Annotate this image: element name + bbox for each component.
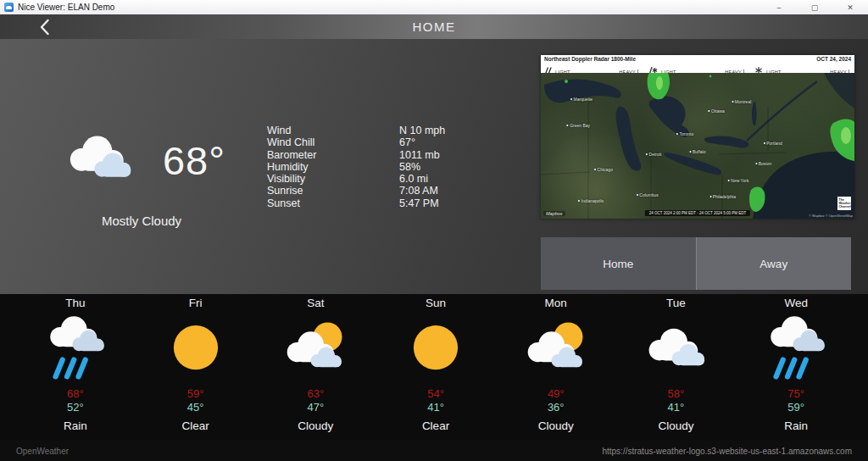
map-city-label: Indianapolis bbox=[578, 198, 604, 203]
current-weather-icon bbox=[58, 119, 141, 202]
radar-widget: Northeast Doppler Radar 1800-Mile OCT 24… bbox=[541, 55, 854, 219]
map-city-label: Philadelphia bbox=[709, 194, 736, 199]
detail-value: 7:08 AM bbox=[399, 185, 438, 197]
forecast-day-column: Sun54°41°Clear bbox=[376, 294, 496, 441]
forecast-day-column: Thu 68°52°Rain bbox=[15, 294, 136, 441]
map-city-label: Toronto bbox=[676, 131, 693, 136]
forecast-low-temp: 47° bbox=[307, 401, 324, 414]
map-city-label: Marquette bbox=[570, 97, 593, 102]
map-city-label: New York bbox=[728, 178, 749, 183]
source-url: https://stratus-weather-logo.s3-website-… bbox=[602, 447, 852, 456]
window-controls: – ▢ ✕ bbox=[761, 0, 868, 14]
forecast-day-label: Sun bbox=[426, 297, 446, 311]
current-condition-label: Mostly Cloudy bbox=[15, 214, 268, 228]
forecast-low-temp: 52° bbox=[67, 401, 84, 414]
forecast-partly-icon bbox=[277, 311, 353, 387]
current-conditions: 68° Mostly Cloudy bbox=[15, 119, 268, 228]
map-city-label: Green Bay bbox=[567, 123, 590, 128]
os-title-bar: Nice Viewer: ELAN Demo – ▢ ✕ bbox=[0, 0, 868, 14]
map-city-label: Boston bbox=[755, 161, 771, 166]
forecast-condition-label: Cloudy bbox=[658, 419, 693, 432]
forecast-low-temp: 41° bbox=[427, 401, 444, 414]
detail-label: Wind Chill bbox=[267, 136, 399, 148]
forecast-condition-label: Rain bbox=[64, 419, 87, 432]
radar-title: Northeast Doppler Radar 1800-Mile bbox=[544, 56, 636, 62]
chevron-left-icon bbox=[39, 19, 50, 36]
detail-row: WindN 10 mph bbox=[267, 125, 445, 136]
forecast-partly-icon bbox=[518, 311, 594, 387]
forecast-day-column: Mon 49°36°Cloudy bbox=[496, 294, 616, 441]
map-attribution: © Mapbox © OpenStreetMap bbox=[809, 214, 853, 218]
detail-row: Barometer1011 mb bbox=[267, 149, 445, 161]
forecast-high-temp: 54° bbox=[427, 387, 444, 401]
detail-row: Sunrise7:08 AM bbox=[267, 185, 445, 197]
forecast-day-label: Sat bbox=[307, 297, 324, 311]
mode-toggle: Home Away bbox=[541, 237, 851, 290]
detail-label: Humidity bbox=[267, 161, 399, 173]
detail-row: Sunset5:47 PM bbox=[267, 197, 445, 209]
forecast-condition-label: Clear bbox=[181, 419, 209, 432]
forecast-day-label: Fri bbox=[189, 297, 203, 311]
radar-timestamp: 24 OCT 2024 2:00 PM EDT - 24 OCT 2024 5:… bbox=[645, 210, 750, 216]
main-panel: 68° Mostly Cloudy WindN 10 mphWind Chill… bbox=[0, 39, 868, 294]
forecast-condition-label: Cloudy bbox=[298, 419, 333, 432]
detail-label: Sunset bbox=[267, 197, 399, 209]
weather-channel-logo: The Weather Channel bbox=[837, 197, 851, 210]
forecast-day-label: Tue bbox=[666, 297, 686, 311]
forecast-clear-icon bbox=[158, 311, 234, 387]
back-button[interactable] bbox=[34, 14, 55, 39]
forecast-low-temp: 41° bbox=[668, 401, 685, 414]
minimize-button[interactable]: – bbox=[761, 0, 797, 14]
forecast-condition-label: Clear bbox=[422, 419, 449, 432]
detail-label: Visibility bbox=[267, 173, 399, 185]
map-city-label: Montreal bbox=[732, 99, 751, 104]
forecast-high-temp: 75° bbox=[787, 387, 804, 401]
radar-map: MarquetteGreen BayChicagoIndianapolisCol… bbox=[541, 73, 854, 219]
forecast-day-column: Wed 75°59°Rain bbox=[736, 294, 856, 441]
detail-label: Sunrise bbox=[267, 185, 399, 197]
forecast-low-temp: 36° bbox=[548, 401, 565, 414]
map-city-label: Ottawa bbox=[709, 108, 725, 114]
forecast-high-temp: 58° bbox=[668, 387, 685, 401]
window-title: Nice Viewer: ELAN Demo bbox=[18, 3, 114, 12]
forecast-day-label: Thu bbox=[65, 297, 85, 311]
forecast-day-label: Wed bbox=[784, 297, 808, 311]
nav-bar: HOME bbox=[0, 14, 868, 39]
maximize-button[interactable]: ▢ bbox=[797, 0, 832, 14]
forecast-high-temp: 59° bbox=[187, 387, 204, 401]
radar-map-graphic bbox=[541, 73, 854, 219]
close-button[interactable]: ✕ bbox=[832, 0, 868, 14]
detail-value: 1011 mb bbox=[399, 149, 440, 161]
forecast-day-label: Mon bbox=[545, 297, 567, 311]
footer-bar: OpenWeather https://stratus-weather-logo… bbox=[0, 441, 868, 461]
forecast-high-temp: 68° bbox=[67, 387, 84, 401]
forecast-cloudy-icon bbox=[637, 311, 714, 387]
radar-date: OCT 24, 2024 bbox=[816, 56, 851, 62]
detail-value: N 10 mph bbox=[399, 125, 445, 136]
forecast-high-temp: 63° bbox=[307, 387, 324, 401]
mapbox-logo: Mapbox bbox=[543, 211, 565, 216]
forecast-rain-icon bbox=[758, 311, 834, 387]
radar-header: Northeast Doppler Radar 1800-Mile OCT 24… bbox=[541, 55, 854, 73]
data-source-label: OpenWeather bbox=[16, 447, 69, 456]
detail-row: Wind Chill67° bbox=[267, 136, 445, 148]
map-city-label: Buffalo bbox=[690, 149, 706, 154]
detail-value: 6.0 mi bbox=[399, 173, 428, 185]
forecast-day-column: Sat 63°47°Cloudy bbox=[255, 294, 376, 441]
details-list: WindN 10 mphWind Chill67°Barometer1011 m… bbox=[267, 125, 445, 209]
detail-value: 5:47 PM bbox=[399, 197, 439, 209]
app-window: Nice Viewer: ELAN Demo – ▢ ✕ HOME 68° Mo… bbox=[0, 0, 868, 461]
detail-value: 67° bbox=[399, 136, 415, 148]
page-title: HOME bbox=[413, 19, 456, 34]
forecast-low-temp: 45° bbox=[187, 401, 204, 414]
detail-label: Wind bbox=[267, 125, 399, 136]
forecast-strip: Thu 68°52°RainFri59°45°ClearSat 63°47°Cl… bbox=[0, 294, 868, 441]
home-mode-button[interactable]: Home bbox=[541, 237, 696, 290]
forecast-day-column: Tue 58°41°Cloudy bbox=[616, 294, 737, 441]
detail-label: Barometer bbox=[267, 149, 399, 161]
detail-row: Visibility6.0 mi bbox=[267, 173, 445, 185]
away-mode-button[interactable]: Away bbox=[696, 237, 852, 290]
forecast-day-column: Fri59°45°Clear bbox=[136, 294, 256, 441]
forecast-condition-label: Cloudy bbox=[538, 419, 574, 432]
detail-row: Humidity58% bbox=[267, 161, 445, 173]
